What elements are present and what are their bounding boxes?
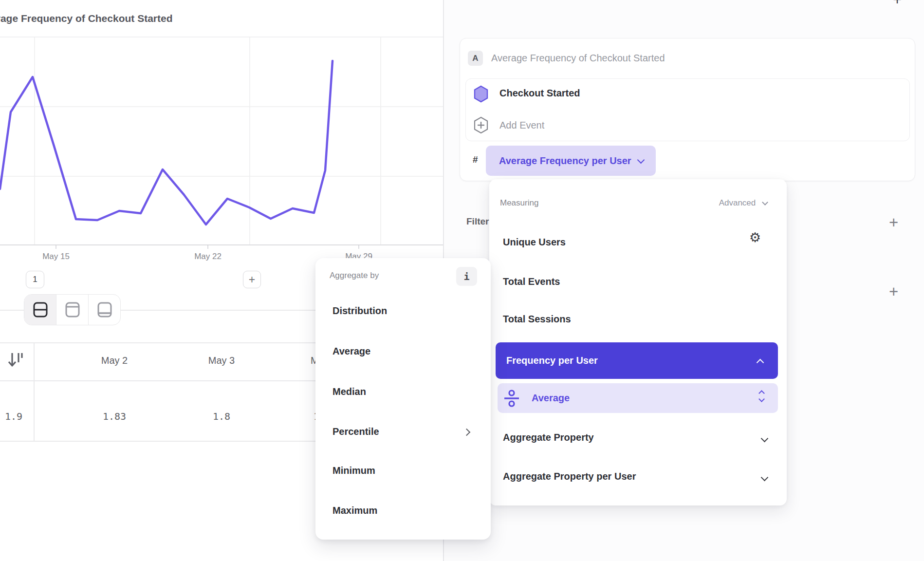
page-number-box[interactable]: 1 xyxy=(26,271,44,288)
chevron-down-icon xyxy=(637,156,645,164)
sub-option-label: Average xyxy=(532,383,570,413)
chevron-down-icon xyxy=(762,199,768,206)
aggregate-option-maximum[interactable]: Maximum xyxy=(333,505,377,516)
measuring-option-total-sessions[interactable]: Total Sessions xyxy=(503,314,571,325)
numeric-measure-icon: # xyxy=(473,154,478,165)
info-icon[interactable]: i xyxy=(456,267,477,286)
table-only-icon xyxy=(96,301,113,318)
aggregate-option-median[interactable]: Median xyxy=(333,386,366,397)
average-divide-icon xyxy=(503,389,520,408)
layout-toggle-group xyxy=(24,294,121,325)
table-cell: 1.83 xyxy=(71,411,158,422)
measuring-option-total-events[interactable]: Total Events xyxy=(503,276,560,287)
metric-name-input[interactable]: Average Frequency of Checkout Started xyxy=(491,50,665,66)
measuring-label: Measuring xyxy=(500,198,538,208)
layout-chart-only-button[interactable] xyxy=(56,295,89,325)
up-down-chevrons-icon xyxy=(759,391,764,401)
aggregation-sub-option-average[interactable]: Average xyxy=(498,383,778,413)
x-axis-label: May 22 xyxy=(186,252,230,262)
measuring-option-unique-users[interactable]: Unique Users xyxy=(503,237,566,248)
aggregate-option-average[interactable]: Average xyxy=(333,346,370,357)
add-breakdown-button[interactable]: + xyxy=(889,282,898,301)
measurement-dropdown[interactable]: Average Frequency per User xyxy=(486,146,656,176)
aggregate-option-distribution[interactable]: Distribution xyxy=(333,305,387,317)
chevron-down-icon xyxy=(761,474,769,482)
table-cell: 1.8 xyxy=(178,411,265,422)
table-column-header[interactable]: May 3 xyxy=(178,355,265,366)
metrics-section-title: Metrics xyxy=(465,0,505,3)
chevron-down-icon xyxy=(761,435,769,443)
selected-option-label: Frequency per User xyxy=(506,342,598,379)
aggregate-option-minimum[interactable]: Minimum xyxy=(333,465,375,476)
aggregate-by-label: Aggregate by xyxy=(330,271,379,280)
event-card: Checkout Started Add Event xyxy=(465,78,910,141)
sort-descending-icon[interactable] xyxy=(8,352,24,369)
chevron-up-icon xyxy=(757,359,764,367)
split-view-icon xyxy=(32,301,49,318)
layout-split-view-button[interactable] xyxy=(24,295,56,325)
x-axis-label: May 15 xyxy=(34,252,78,262)
add-event-button[interactable]: Add Event xyxy=(499,120,544,131)
table-cell: 1.9 xyxy=(0,411,22,422)
event-name[interactable]: Checkout Started xyxy=(499,88,580,99)
table-pinned-column-border xyxy=(34,342,35,441)
line-chart xyxy=(0,0,443,265)
page-number: 1 xyxy=(33,275,37,284)
advanced-toggle[interactable]: Advanced xyxy=(719,198,767,208)
measuring-dropdown-panel: Measuring Advanced Unique Users ⚙ Total … xyxy=(489,179,787,505)
table-column-header[interactable]: May 2 xyxy=(71,355,158,366)
measuring-option-aggregate-property-per-user[interactable]: Aggregate Property per User xyxy=(503,471,636,482)
measuring-option-aggregate-property[interactable]: Aggregate Property xyxy=(503,432,594,443)
info-glyph: i xyxy=(463,271,469,282)
add-event-hexagon-plus-icon xyxy=(473,116,489,134)
chevron-right-icon xyxy=(463,429,471,436)
metric-letter-badge: A xyxy=(468,51,483,66)
metric-card: A Average Frequency of Checkout Started … xyxy=(460,38,915,181)
aggregate-option-percentile[interactable]: Percentile xyxy=(333,426,379,437)
aggregate-by-menu: Aggregate by i Distribution Average Medi… xyxy=(315,258,491,540)
insights-report-screen: Average Frequency of Checkout Started Ma… xyxy=(0,0,924,561)
layout-table-only-button[interactable] xyxy=(89,295,120,325)
add-filter-button[interactable]: + xyxy=(889,213,898,232)
plus-icon: + xyxy=(249,273,255,286)
add-button[interactable]: + xyxy=(243,271,261,288)
advanced-label: Advanced xyxy=(719,198,756,207)
chart-only-icon xyxy=(64,301,81,318)
event-hexagon-icon xyxy=(474,85,488,103)
measuring-option-frequency-per-user-selected[interactable]: Frequency per User xyxy=(496,342,778,379)
add-metric-button[interactable]: + xyxy=(893,0,902,9)
chart-gridlines xyxy=(0,37,443,249)
measurement-dropdown-label: Average Frequency per User xyxy=(499,146,631,176)
metric-line-series[interactable] xyxy=(0,61,333,224)
gear-icon[interactable]: ⚙ xyxy=(749,231,761,244)
